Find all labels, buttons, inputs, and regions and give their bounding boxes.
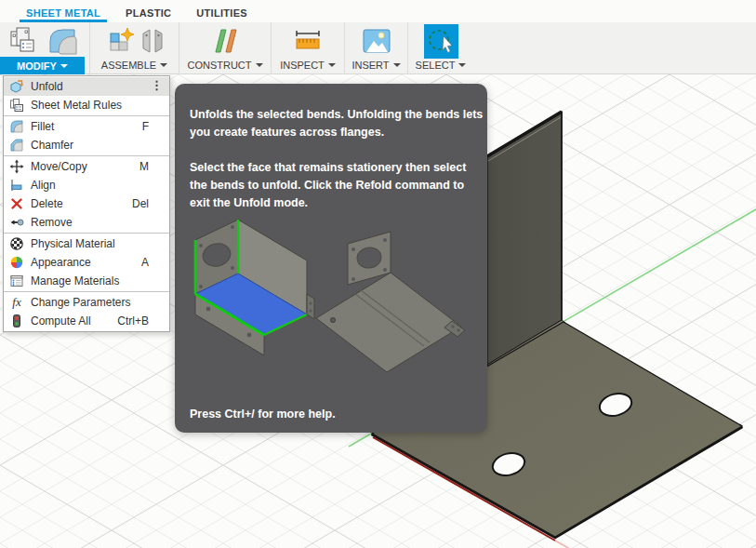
menu-item-sheet-metal-rules[interactable]: Sheet Metal Rules	[4, 96, 169, 114]
chevron-down-icon	[160, 63, 167, 67]
menu-separator	[4, 291, 169, 292]
menu-item-physical-material[interactable]: Physical Material	[4, 234, 169, 253]
menu-item-chamfer[interactable]: Chamfer	[4, 136, 169, 154]
menu-item-manage-materials[interactable]: Manage Materials	[4, 272, 169, 290]
assemble-dropdown-button[interactable]: ASSEMBLE	[90, 58, 179, 74]
menu-item-label: Delete	[31, 197, 63, 210]
ribbon-toolbar: MODIFY	[0, 22, 473, 74]
tab-utilities[interactable]: UTILITIES	[190, 3, 254, 22]
chevron-down-icon	[256, 63, 263, 67]
menu-item-label: Unfold	[31, 80, 63, 93]
fusion-window: SHEET METAL PLASTIC UTILITIES	[0, 0, 756, 548]
toolbar-group-inspect: INSPECT	[272, 22, 345, 74]
physical-material-icon	[9, 236, 24, 251]
menu-item-appearance[interactable]: Appearance A	[4, 253, 169, 272]
chevron-down-icon	[328, 63, 336, 67]
appearance-icon	[9, 255, 24, 270]
menu-item-label: Change Parameters	[31, 296, 130, 309]
menu-item-remove[interactable]: Remove	[4, 213, 169, 232]
menu-item-label: Fillet	[31, 120, 54, 133]
menu-item-label: Appearance	[31, 256, 91, 269]
menu-item-shortcut: F	[142, 120, 162, 133]
align-icon	[9, 178, 24, 193]
remove-icon	[9, 215, 24, 230]
construct-label: CONSTRUCT	[187, 60, 251, 71]
folded-part-illustration	[195, 220, 314, 355]
modify-label: MODIFY	[17, 60, 57, 72]
sheet-metal-rules-big-icon[interactable]	[8, 25, 42, 57]
inspect-label: INSPECT	[280, 60, 325, 71]
select-icon[interactable]	[424, 24, 458, 59]
chevron-down-icon	[393, 63, 401, 67]
toolbar-group-modify: MODIFY	[0, 22, 90, 74]
menu-item-label: Compute All	[31, 314, 91, 327]
menu-item-unfold[interactable]: Unfold ⋮	[4, 77, 169, 96]
fillet-icon	[9, 119, 24, 134]
select-label: SELECT	[416, 60, 456, 71]
menu-item-move-copy[interactable]: Move/Copy M	[4, 157, 169, 176]
insert-label: INSERT	[351, 60, 389, 71]
manage-materials-icon	[9, 274, 24, 288]
measure-icon[interactable]	[293, 29, 323, 53]
tooltip-paragraph-1: Unfolds the selected bends. Unfolding th…	[190, 106, 472, 141]
chevron-down-icon	[60, 64, 68, 68]
menu-item-shortcut: Ctrl+B	[117, 314, 162, 327]
unfold-illustration	[182, 205, 472, 381]
menu-item-label: Sheet Metal Rules	[31, 99, 122, 112]
menu-item-label: Physical Material	[31, 237, 115, 250]
delete-icon	[9, 196, 24, 211]
menu-separator	[4, 233, 169, 234]
menu-item-shortcut: A	[141, 256, 162, 269]
menu-item-shortcut: Del	[132, 197, 162, 210]
unfold-tooltip: Unfolds the selected bends. Unfolding th…	[175, 84, 487, 433]
modify-dropdown-button[interactable]: MODIFY	[0, 57, 85, 74]
insert-dropdown-button[interactable]: INSERT	[345, 58, 407, 74]
inspect-dropdown-button[interactable]: INSPECT	[272, 58, 344, 74]
sheet-metal-rules-icon	[9, 98, 24, 113]
menu-item-shortcut: M	[139, 160, 162, 173]
menu-item-label: Manage Materials	[31, 274, 119, 287]
joint-icon[interactable]	[140, 26, 165, 56]
toolbar-group-insert: INSERT	[345, 22, 408, 74]
toolbar-group-select: SELECT	[408, 22, 473, 74]
unfold-icon	[9, 79, 24, 94]
assemble-label: ASSEMBLE	[101, 60, 156, 71]
menu-item-fillet[interactable]: Fillet F	[4, 117, 169, 136]
unfolded-part-illustration	[316, 232, 465, 372]
tab-plastic[interactable]: PLASTIC	[119, 3, 178, 22]
insert-image-icon[interactable]	[362, 27, 391, 55]
tooltip-footer: Press Ctrl+/ for more help.	[190, 408, 336, 421]
menu-item-label: Align	[31, 179, 56, 192]
chevron-down-icon	[458, 63, 466, 67]
menu-item-compute-all[interactable]: Compute All Ctrl+B	[4, 312, 169, 330]
menu-item-align[interactable]: Align	[4, 176, 169, 194]
compute-all-icon	[9, 314, 24, 328]
construct-dropdown-button[interactable]: CONSTRUCT	[179, 58, 271, 74]
toolbar-panel: SHEET METAL PLASTIC UTILITIES	[0, 0, 756, 74]
menu-separator	[4, 115, 169, 116]
fillet-big-icon[interactable]	[46, 25, 81, 57]
change-parameters-icon: fx	[9, 295, 24, 310]
overflow-menu-icon[interactable]: ⋮	[151, 78, 163, 92]
menu-item-change-parameters[interactable]: fx Change Parameters	[4, 293, 169, 312]
construct-plane-icon[interactable]	[210, 26, 240, 56]
toolbar-group-assemble: ASSEMBLE	[90, 22, 179, 74]
menu-item-label: Move/Copy	[31, 160, 87, 173]
move-copy-icon	[9, 159, 24, 174]
tab-bar: SHEET METAL PLASTIC UTILITIES	[0, 0, 756, 22]
menu-item-label: Chamfer	[31, 139, 73, 152]
toolbar-group-construct: CONSTRUCT	[179, 22, 272, 74]
select-dropdown-button[interactable]: SELECT	[408, 59, 473, 74]
chamfer-icon	[9, 138, 24, 153]
new-component-icon[interactable]	[105, 26, 137, 56]
menu-item-delete[interactable]: Delete Del	[4, 194, 169, 213]
menu-separator	[4, 155, 169, 156]
menu-item-label: Remove	[31, 216, 73, 229]
modify-menu: Unfold ⋮ Sheet Metal Rules	[3, 75, 170, 332]
tab-sheet-metal[interactable]: SHEET METAL	[20, 3, 107, 22]
